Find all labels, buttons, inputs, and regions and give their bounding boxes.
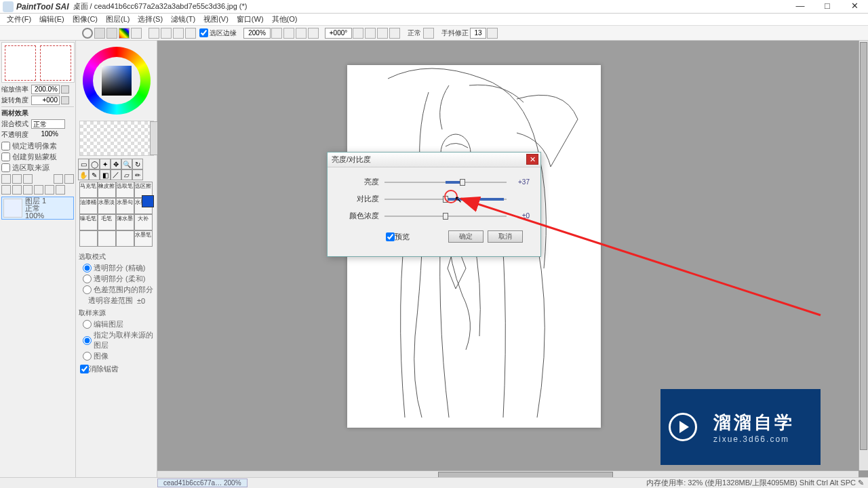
stabilizer-drop-icon[interactable] <box>487 28 498 39</box>
menu-view[interactable]: 视图(V) <box>199 14 233 24</box>
tool-picker-icon[interactable]: ✎ <box>89 169 100 180</box>
navigator[interactable] <box>1 42 75 83</box>
ok-button[interactable]: 确定 <box>448 230 484 243</box>
brush-cell[interactable]: 毛笔 <box>98 214 116 230</box>
layer-item[interactable]: 图层 1正常 100% <box>1 197 74 220</box>
antialias-check[interactable] <box>80 365 89 373</box>
brightness-slider[interactable] <box>384 181 507 184</box>
rotate-ccw-icon[interactable] <box>353 28 363 39</box>
brush-cell[interactable]: 水墨勾 <box>116 198 134 214</box>
sel-mode-r2[interactable] <box>83 274 92 283</box>
swatch-palette[interactable] <box>79 121 154 156</box>
toolbar-extra-icon[interactable] <box>131 28 142 39</box>
brush-cell[interactable] <box>79 230 98 247</box>
rotate-reset-icon[interactable] <box>377 28 388 39</box>
sel-mode-r3[interactable] <box>83 285 92 294</box>
brush-cell[interactable]: 水墨淡 <box>98 198 116 214</box>
tb-btn-c[interactable] <box>173 28 184 39</box>
angle-input[interactable] <box>325 28 352 39</box>
scale-step-icon[interactable] <box>61 85 69 94</box>
foreground-color[interactable] <box>142 195 154 207</box>
brush-cell[interactable]: 选取笔 <box>116 182 134 198</box>
tool-brush-icon[interactable]: ／ <box>111 169 121 180</box>
color-wheel[interactable] <box>79 43 154 118</box>
brush-cell[interactable]: 水墨笔 <box>134 230 153 247</box>
blend-mode-drop-icon[interactable] <box>423 28 434 39</box>
layer-btn-2[interactable] <box>12 174 22 184</box>
layer-btn-4[interactable] <box>54 174 63 184</box>
zoom-fit-icon[interactable] <box>296 28 307 39</box>
dialog-titlebar[interactable]: 亮度/对比度 ✕ <box>328 152 540 167</box>
sel-edge-check[interactable] <box>199 28 208 37</box>
zoom-input[interactable] <box>243 28 271 39</box>
layer-clear-icon[interactable] <box>34 185 43 195</box>
tool-wand-icon[interactable]: ✦ <box>100 159 111 169</box>
tool-bucket-icon[interactable]: ◧ <box>100 169 111 180</box>
sel-mode-r1[interactable] <box>83 264 92 272</box>
sample-r1[interactable] <box>83 320 92 329</box>
sample-r2[interactable] <box>83 336 92 345</box>
brush-cell[interactable]: 噪毛笔 <box>79 214 98 230</box>
tool-zoom-icon[interactable]: 🔍 <box>121 159 132 169</box>
brush-cell[interactable]: 大补 <box>134 214 153 230</box>
gradient-icon[interactable] <box>119 28 130 39</box>
rotate-cw-icon[interactable] <box>365 28 376 39</box>
tool-rotate-icon[interactable]: ↻ <box>132 159 143 169</box>
scale-value[interactable]: 200.0% <box>31 85 60 94</box>
menu-other[interactable]: 其他(O) <box>268 14 302 24</box>
layer-delete-icon[interactable] <box>56 185 65 195</box>
layer-btn-1[interactable] <box>1 174 11 184</box>
brush-cell[interactable]: 橡皮擦 <box>98 182 116 198</box>
brush-cell[interactable] <box>98 230 116 247</box>
layer-merge-icon[interactable] <box>45 185 54 195</box>
layer-btn-5[interactable] <box>64 174 74 184</box>
status-doc-tab[interactable]: cead41b6cc677a… 200% <box>157 479 248 487</box>
zoom-in-icon[interactable] <box>283 28 294 39</box>
stabilizer-input[interactable] <box>470 28 486 39</box>
tool-move-icon[interactable]: ✥ <box>111 159 121 169</box>
saturation-slider[interactable] <box>384 215 507 218</box>
sel-source-check[interactable] <box>1 163 10 172</box>
tool-rect-sel-icon[interactable]: ▭ <box>78 159 89 169</box>
menu-image[interactable]: 图像(C) <box>68 14 102 24</box>
brush-cell[interactable]: 油漆桶 <box>79 198 98 214</box>
rot-step-icon[interactable] <box>61 96 69 104</box>
zoom-out-icon[interactable] <box>271 28 282 39</box>
brush-cell[interactable]: 马克笔 <box>79 182 98 198</box>
close-button[interactable]: ✕ <box>841 0 868 14</box>
scrollbar-vertical[interactable] <box>859 41 868 470</box>
menu-select[interactable]: 选择(S) <box>134 14 167 24</box>
menu-window[interactable]: 窗口(W) <box>233 14 268 24</box>
brush-cell[interactable] <box>116 230 134 247</box>
cancel-button[interactable]: 取消 <box>488 230 523 243</box>
menu-filter[interactable]: 滤镜(T) <box>167 14 199 24</box>
contrast-slider[interactable] <box>384 198 507 201</box>
blend-mode-value[interactable]: 正常 <box>408 28 421 38</box>
sample-r3[interactable] <box>83 352 92 361</box>
clip-mask-check[interactable] <box>1 152 10 161</box>
preview-check[interactable] <box>386 232 395 241</box>
brush-cell[interactable]: 薄水墨 <box>116 214 134 230</box>
menu-file[interactable]: 文件(F) <box>3 14 35 24</box>
flip-icon[interactable] <box>389 28 400 39</box>
sel-mode-new-icon[interactable] <box>82 28 93 39</box>
zoom-reset-icon[interactable] <box>308 28 319 39</box>
minimize-button[interactable]: — <box>787 0 814 14</box>
tb-btn-b[interactable] <box>161 28 172 39</box>
menu-layer[interactable]: 图层(L) <box>102 14 134 24</box>
maximize-button[interactable]: □ <box>814 0 841 14</box>
layer-btn-3[interactable] <box>23 174 33 184</box>
layer-mask-icon[interactable] <box>23 185 33 195</box>
layer-folder-icon[interactable] <box>12 185 22 195</box>
menu-edit[interactable]: 编辑(E) <box>35 14 68 24</box>
tool-lasso-icon[interactable]: ◯ <box>89 159 100 169</box>
sel-mode-add-icon[interactable] <box>94 28 105 39</box>
tool-pen-icon[interactable]: ✏ <box>132 169 143 180</box>
tool-hand-icon[interactable]: ✋ <box>78 169 89 180</box>
swatch-scroll[interactable] <box>150 121 158 155</box>
tb-btn-d[interactable] <box>185 28 196 39</box>
layer-new-icon[interactable] <box>1 185 11 195</box>
sel-mode-sub-icon[interactable] <box>106 28 117 39</box>
blend-value[interactable]: 正常 <box>31 119 65 129</box>
lock-alpha-check[interactable] <box>1 142 10 150</box>
